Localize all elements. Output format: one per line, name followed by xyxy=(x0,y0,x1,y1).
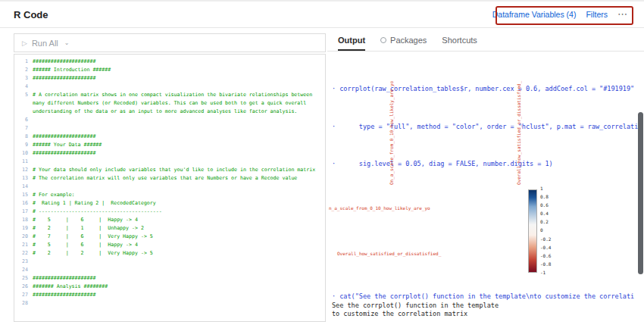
corrplot-column-label: Overall_how_satisfied_or_dissatisfied_ xyxy=(516,81,521,185)
header: R Code Dataframe Variables (4) Filters ⋯ xyxy=(0,0,644,28)
legend-tick: -0.4 xyxy=(540,245,551,250)
output-tabs: Output Packages Shortcuts xyxy=(327,30,644,52)
code-text: ##################### xyxy=(33,274,325,283)
line-number: 20 xyxy=(14,233,33,241)
line-number: 23 xyxy=(14,258,33,266)
code-line: 27 ##################### xyxy=(14,291,325,299)
code-line: 26 ####### Analysis ######## xyxy=(14,283,325,291)
code-line: 3 ##################### xyxy=(14,74,325,83)
line-number: 13 xyxy=(14,174,33,183)
line-marker: · xyxy=(332,292,336,300)
line-number: 15 xyxy=(14,191,33,199)
dataframe-variables-link[interactable]: Dataframe Variables (4) xyxy=(492,10,577,19)
tab-shortcuts[interactable]: Shortcuts xyxy=(442,30,477,51)
tab-shortcuts-label: Shortcuts xyxy=(442,36,477,45)
line-number: 6 xyxy=(14,116,33,124)
legend-tick: -0.6 xyxy=(540,254,551,258)
code-text: # Rating 1 | Rating 2 | RecodedCategory xyxy=(33,199,325,208)
code-text: # Your data should only include variable… xyxy=(33,166,325,174)
editor-toolbar: ▷ Run All ⌄ xyxy=(14,33,326,52)
line-number: 3 xyxy=(14,74,33,83)
line-number: 19 xyxy=(14,224,33,233)
legend-tick: 1 xyxy=(540,186,551,191)
console-result-line: See the corrplot() function in the templ… xyxy=(332,302,636,311)
run-all-button[interactable]: Run All xyxy=(32,39,58,48)
output-code-line: · type = "full", method = "color", order… xyxy=(332,123,641,132)
tab-output[interactable]: Output xyxy=(338,30,365,51)
line-number: 14 xyxy=(14,183,33,191)
code-text: ###### Your Data ###### xyxy=(33,141,325,149)
code-line: 24 xyxy=(14,266,325,274)
corrplot-row-label: Overall_how_satisfied_or_dissatisfied_ xyxy=(337,251,441,256)
code-line: 12 # Your data should only include varia… xyxy=(14,166,325,174)
legend-tick: 0.2 xyxy=(540,220,551,224)
line-number: 18 xyxy=(14,216,33,224)
code-line: 1 ##################### xyxy=(14,58,325,66)
code-line: 5 # A correlation matrix shows in one co… xyxy=(14,91,325,116)
code-line: 4 xyxy=(14,83,325,91)
code-editor[interactable]: 1 ##################### 2 ###### Introdu… xyxy=(14,54,326,322)
console-code-line: · cat("See the corrplot() function in th… xyxy=(332,292,636,302)
code-text: # 2 | 2 | Very Happy -> 5 xyxy=(33,249,325,258)
code-line: 14 xyxy=(14,183,325,191)
line-number: 10 xyxy=(14,149,33,158)
legend-tick: 0.4 xyxy=(540,211,551,216)
legend-tick: -0.8 xyxy=(540,262,551,267)
line-number: 12 xyxy=(14,166,33,174)
output-content: · corrplot(raw_correlation_tables$r, num… xyxy=(327,52,644,322)
code-line: 28 xyxy=(14,299,325,308)
legend-tick: -0.2 xyxy=(540,237,551,242)
code-line: 16 # Rating 1 | Rating 2 | RecodedCatego… xyxy=(14,199,325,208)
output-code-line: · corrplot(raw_correlation_tables$r, num… xyxy=(332,85,641,94)
run-all-caret-icon[interactable]: ⌄ xyxy=(64,39,70,46)
legend-tick: 0 xyxy=(540,228,551,233)
code-line: 20 # 7 | 6 | Very Happy -> 5 xyxy=(14,233,325,241)
corrplot-column-label: On_a_scale_from_0_10_how_likely_are_yo xyxy=(389,81,394,185)
output-code-text: corrplot(raw_correlation_tables$r, numbe… xyxy=(339,85,634,92)
line-number: 24 xyxy=(14,266,33,274)
line-number: 4 xyxy=(14,83,33,91)
line-number: 9 xyxy=(14,141,33,149)
code-text: ####### Analysis ######## xyxy=(33,283,325,291)
code-line: 9 ###### Your Data ###### xyxy=(14,141,325,149)
line-number: 16 xyxy=(14,199,33,208)
code-text: ###### Introduction ###### xyxy=(33,66,325,74)
code-line: 21 # 5 | 6 | Happy -> 4 xyxy=(14,241,325,249)
output-code-text: type = "full", method = "color", order =… xyxy=(336,123,638,130)
console-code-text: cat("See the corrplot() function in the … xyxy=(339,292,634,300)
page-title: R Code xyxy=(14,9,48,20)
console-output: · cat("See the corrplot() function in th… xyxy=(332,292,636,319)
line-number: 11 xyxy=(14,158,33,166)
code-text: # 2 | 1 | Unhappy -> 2 xyxy=(33,224,325,233)
code-text: ##################### xyxy=(33,58,325,66)
code-text: # The correlation matrix will only use v… xyxy=(33,174,325,183)
tab-packages[interactable]: Packages xyxy=(380,30,427,51)
code-text: # 5 | 6 | Happy -> 4 xyxy=(33,241,325,249)
line-number: 5 xyxy=(14,91,33,99)
line-number: 25 xyxy=(14,274,33,283)
code-line: 8 ##################### xyxy=(14,133,325,141)
code-text: # 5 | 6 | Happy -> 4 xyxy=(33,216,325,224)
packages-status-icon xyxy=(380,37,386,43)
line-number: 8 xyxy=(14,133,33,141)
tab-output-label: Output xyxy=(338,36,365,45)
overflow-menu-button[interactable]: ⋯ xyxy=(617,11,627,18)
code-text: ##################### xyxy=(33,291,325,299)
code-text: # --------------------------------------… xyxy=(33,208,325,216)
filters-link[interactable]: Filters xyxy=(586,10,608,19)
code-text: ##################### xyxy=(33,149,325,158)
header-actions: Dataframe Variables (4) Filters ⋯ xyxy=(485,7,635,22)
line-number: 28 xyxy=(14,299,33,308)
code-line: 7 xyxy=(14,124,325,133)
legend-tick: 0.6 xyxy=(540,203,551,208)
output-code-line: · sig.level = 0.05, diag = FALSE, number… xyxy=(332,160,641,169)
console-result-line: to customize the correlation matrix xyxy=(332,310,636,319)
code-editor-panel: ▷ Run All ⌄ 1 ##################### 2 ##… xyxy=(14,33,326,322)
code-text: ##################### xyxy=(33,133,325,141)
line-number: 1 xyxy=(14,58,33,66)
vertical-scrollbar[interactable] xyxy=(638,112,643,274)
code-line: 6 xyxy=(14,116,325,124)
line-number: 17 xyxy=(14,208,33,216)
run-play-icon: ▷ xyxy=(22,39,27,47)
line-number: 22 xyxy=(14,249,33,258)
